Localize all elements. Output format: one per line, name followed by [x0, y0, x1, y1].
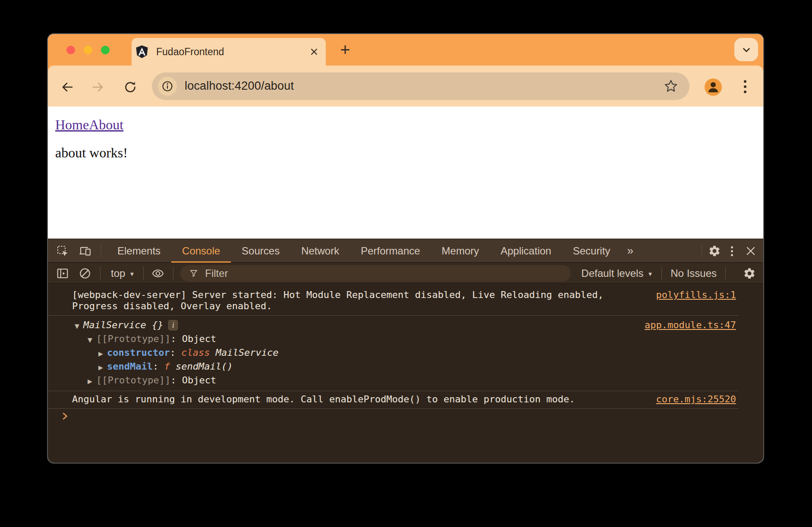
devtools-close-icon[interactable]: [744, 245, 757, 257]
console-token: class: [181, 347, 210, 358]
info-icon: [161, 80, 173, 92]
browser-tab[interactable]: FudaoFrontend: [132, 38, 326, 66]
devtools-settings-gear-icon[interactable]: [708, 245, 721, 257]
console-row: Angular is running in development mode. …: [48, 394, 739, 405]
console-row: ▼MailService {}iapp.module.ts:47: [48, 318, 739, 332]
about-link[interactable]: About: [89, 117, 123, 132]
tab-search-button[interactable]: [734, 38, 758, 61]
console-settings-gear-icon[interactable]: [743, 267, 756, 280]
reload-button[interactable]: [123, 80, 137, 94]
console-token: :: [170, 347, 182, 358]
console-token: [[Prototype]]: [96, 333, 170, 344]
page-nav-links: HomeAbout: [55, 117, 123, 133]
browser-menu-button[interactable]: [743, 79, 748, 95]
console-messages: [webpack-dev-server] Server started: Hot…: [48, 284, 763, 463]
divider: [725, 267, 726, 280]
create-live-expression-icon[interactable]: [151, 267, 164, 280]
devtools-panel: ElementsConsoleSourcesNetworkPerformance…: [48, 238, 763, 463]
devtools-tab-bar: ElementsConsoleSourcesNetworkPerformance…: [48, 239, 763, 263]
url-text[interactable]: localhost:4200/about: [185, 72, 294, 99]
source-location-link[interactable]: polyfills.js:1: [656, 289, 736, 301]
prompt-chevron-icon: [60, 411, 70, 421]
devtools-tab-elements[interactable]: Elements: [107, 239, 171, 263]
source-location-link[interactable]: core.mjs:25520: [656, 394, 736, 405]
chevron-down-icon: ▼: [647, 271, 653, 277]
divider: [173, 267, 173, 280]
console-token: :: [153, 361, 164, 372]
console-token: Object: [182, 333, 216, 344]
site-info-button[interactable]: [158, 77, 177, 96]
console-message-line: Progress disabled, Overlay enabled.: [72, 301, 648, 312]
expanded-caret-icon[interactable]: ▼: [88, 336, 96, 344]
console-prompt[interactable]: [48, 408, 739, 421]
collapsed-caret-icon[interactable]: ▶: [98, 349, 107, 358]
filter-placeholder: Filter: [205, 267, 228, 279]
page-body-text: about works!: [55, 145, 128, 161]
console-row: ▶constructor: class MailService: [48, 346, 739, 360]
devtools-tab-performance[interactable]: Performance: [350, 239, 431, 263]
console-row: ▶sendMail: f sendMail(): [48, 360, 739, 373]
console-toolbar: top▼ Filter Default levels▼ No Issues: [48, 263, 763, 284]
person-icon: [705, 78, 722, 96]
divider: [100, 267, 101, 280]
new-tab-button[interactable]: +: [334, 38, 356, 62]
back-button[interactable]: [60, 80, 74, 94]
profile-avatar[interactable]: [705, 78, 722, 96]
divider: [101, 244, 101, 258]
divider: [661, 267, 662, 280]
info-badge[interactable]: i: [168, 320, 178, 330]
log-levels-dropdown[interactable]: Default levels▼: [581, 267, 653, 279]
devtools-tab-application[interactable]: Application: [490, 239, 562, 263]
filter-funnel-icon: [189, 269, 198, 278]
issues-counter[interactable]: No Issues: [670, 267, 717, 279]
devtools-menu-button[interactable]: [730, 245, 734, 257]
angular-logo-icon: [135, 45, 149, 59]
console-message-line: Angular is running in development mode. …: [72, 394, 648, 405]
clear-console-icon[interactable]: [79, 267, 91, 280]
console-token: f: [164, 361, 170, 372]
macos-close-button[interactable]: [66, 46, 75, 54]
bookmark-star-icon[interactable]: [664, 79, 678, 94]
console-token: sendMail(): [170, 361, 233, 372]
macos-minimize-button[interactable]: [84, 46, 92, 54]
console-row: [webpack-dev-server] Server started: Hot…: [48, 289, 739, 312]
inspect-element-icon[interactable]: [56, 245, 69, 257]
console-token: MailService: [210, 347, 278, 358]
console-token: MailService {}: [83, 320, 163, 330]
page-content: HomeAbout about works!: [48, 107, 763, 238]
context-selector[interactable]: top▼: [111, 267, 135, 279]
browser-toolbar: localhost:4200/about: [48, 66, 763, 107]
address-bar[interactable]: localhost:4200/about: [152, 72, 689, 100]
more-tabs-button[interactable]: »: [621, 244, 639, 257]
console-token: [[Prototype]]: [96, 375, 170, 386]
tab-close-icon[interactable]: [309, 47, 319, 57]
macos-zoom-button[interactable]: [101, 46, 110, 54]
console-token: Object: [182, 375, 216, 386]
chevron-down-icon: [741, 44, 752, 56]
chevron-down-icon: ▼: [129, 271, 135, 277]
console-row: ▼[[Prototype]]: Object: [48, 332, 739, 346]
device-toolbar-icon[interactable]: [79, 245, 91, 257]
devtools-tab-memory[interactable]: Memory: [431, 239, 490, 263]
source-location-link[interactable]: app.module.ts:47: [645, 318, 736, 332]
collapsed-caret-icon[interactable]: ▶: [88, 377, 96, 386]
devtools-tab-sources[interactable]: Sources: [231, 239, 290, 263]
expanded-caret-icon[interactable]: ▼: [75, 322, 83, 330]
forward-button[interactable]: [91, 80, 105, 94]
console-token: :: [170, 333, 182, 344]
console-token: sendMail: [107, 361, 153, 372]
devtools-tab-network[interactable]: Network: [290, 239, 350, 263]
divider: [702, 244, 702, 258]
console-row: ▶[[Prototype]]: Object: [48, 373, 739, 387]
devtools-tab-security[interactable]: Security: [562, 239, 621, 263]
console-filter-input[interactable]: Filter: [180, 265, 571, 282]
console-message-line: [webpack-dev-server] Server started: Hot…: [72, 289, 648, 301]
console-token: :: [170, 375, 182, 386]
home-link[interactable]: Home: [55, 117, 89, 132]
collapsed-caret-icon[interactable]: ▶: [98, 363, 107, 372]
devtools-tab-console[interactable]: Console: [171, 239, 231, 263]
browser-window: FudaoFrontend +: [48, 34, 763, 463]
console-sidebar-icon[interactable]: [56, 267, 69, 280]
tab-title: FudaoFrontend: [156, 38, 224, 66]
divider: [143, 267, 144, 280]
